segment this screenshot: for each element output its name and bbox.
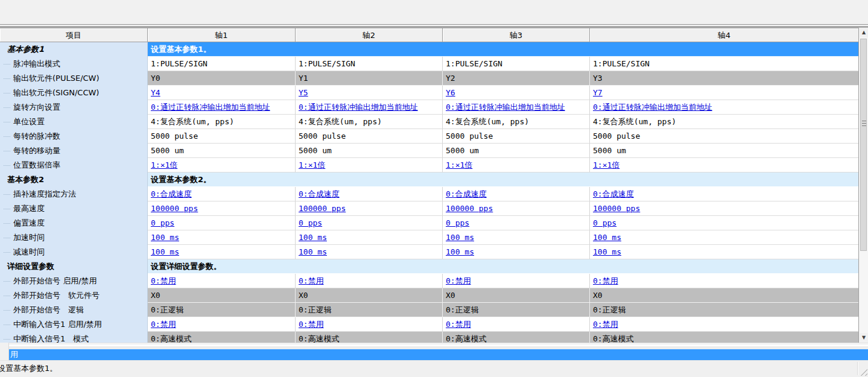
value-cell-axis4[interactable]: 100000 pps (590, 201, 859, 216)
value-cell-axis3[interactable]: 1:PULSE/SIGN (443, 57, 590, 71)
tree-item-label[interactable]: 脉冲输出模式 (0, 57, 148, 71)
tree-connector-line (4, 78, 10, 79)
value-cell-axis2[interactable]: 1:PULSE/SIGN (296, 57, 443, 71)
value-cell-axis2[interactable]: 0:合成速度 (296, 187, 443, 201)
tree-connector-line (4, 252, 10, 253)
value-cell-axis2[interactable]: 100 ms (296, 245, 443, 259)
section-row-caption[interactable]: 设置基本参数2。 (148, 173, 859, 187)
value-cell-axis4: Y3 (590, 71, 859, 86)
tree-item-label[interactable]: 外部开始信号 软元件号 (0, 288, 148, 303)
value-cell-axis1[interactable]: 4:复合系统(um, pps) (148, 115, 296, 129)
value-cell-axis1[interactable]: 0 pps (148, 216, 296, 230)
tree-connector-line (4, 296, 10, 296)
value-cell-axis1[interactable]: 5000 um (148, 144, 296, 158)
value-cell-axis4[interactable]: 100 ms (590, 245, 859, 259)
docked-panel-title: 用 (10, 350, 18, 360)
value-cell-axis2[interactable]: 100000 pps (296, 201, 443, 216)
section-row-caption[interactable]: 设置详细设置参数。 (148, 259, 859, 274)
value-cell-axis3[interactable]: 100 ms (443, 230, 590, 245)
tree-item-label[interactable]: 中断输入信号1 模式 (0, 332, 148, 343)
tree-item-label[interactable]: 中断输入信号1 启用/禁用 (0, 317, 148, 332)
value-cell-axis4[interactable]: 100 ms (590, 230, 859, 245)
value-cell-axis4[interactable]: 0 pps (590, 216, 859, 230)
value-cell-axis1[interactable]: 100000 pps (148, 201, 296, 216)
value-cell-axis3[interactable]: 0:禁用 (443, 317, 590, 332)
scroll-down-icon[interactable]: ▼ (860, 333, 868, 343)
value-cell-axis2[interactable]: 0:禁用 (296, 317, 443, 332)
tree-item-label[interactable]: 输出软元件(PULSE/CW) (0, 71, 148, 86)
scrollbar-thumb[interactable] (860, 39, 867, 251)
tree-connector-line (4, 281, 10, 282)
column-header-axis2: 轴2 (296, 28, 443, 42)
tree-item-label[interactable]: 旋转方向设置 (0, 100, 148, 115)
value-cell-axis4[interactable]: Y7 (590, 86, 859, 100)
value-cell-axis1[interactable]: 100 ms (148, 230, 296, 245)
vertical-scrollbar[interactable]: ▲ ▼ (860, 28, 868, 343)
value-cell-axis1[interactable]: 0:合成速度 (148, 187, 296, 201)
value-cell-axis4[interactable]: 5000 pulse (590, 129, 859, 144)
value-cell-axis3[interactable]: 4:复合系统(um, pps) (443, 115, 590, 129)
value-cell-axis1: 0:高速模式 (148, 332, 296, 343)
tree-item-label[interactable]: 插补速度指定方法 (0, 187, 148, 201)
tree-item-label[interactable]: 减速时间 (0, 245, 148, 259)
tree-item-label[interactable]: 详细设置参数 (0, 259, 148, 274)
value-cell-axis4[interactable]: 1:×1倍 (590, 158, 859, 173)
tree-item-label[interactable]: 每转的脉冲数 (0, 129, 148, 144)
scroll-up-icon[interactable]: ▲ (860, 28, 868, 37)
tree-item-label[interactable]: 单位设置 (0, 115, 148, 129)
tree-item-label[interactable]: 最高速度 (0, 201, 148, 216)
value-cell-axis3[interactable]: 0:通过正转脉冲输出增加当前地址 (443, 100, 590, 115)
tree-connector-line (4, 107, 10, 108)
value-cell-axis2[interactable]: 1:×1倍 (296, 158, 443, 173)
parameter-grid: - 项目轴1轴2轴3轴4基本参数1设置基本参数1。脉冲输出模式1:PULSE/S… (0, 28, 859, 343)
status-bar-divider (857, 362, 858, 375)
tree-item-label[interactable]: 位置数据倍率 (0, 158, 148, 173)
value-cell-axis1[interactable]: 1:PULSE/SIGN (148, 57, 296, 71)
value-cell-axis1[interactable]: 0:禁用 (148, 317, 296, 332)
axis-parameter-window: - 项目轴1轴2轴3轴4基本参数1设置基本参数1。脉冲输出模式1:PULSE/S… (0, 0, 868, 377)
value-cell-axis1[interactable]: 5000 pulse (148, 129, 296, 144)
tree-item-label[interactable]: 每转的移动量 (0, 144, 148, 158)
value-cell-axis2[interactable]: 0:通过正转脉冲输出增加当前地址 (296, 100, 443, 115)
value-cell-axis2[interactable]: 0 pps (296, 216, 443, 230)
value-cell-axis1[interactable]: 0:通过正转脉冲输出增加当前地址 (148, 100, 296, 115)
tree-item-label[interactable]: 加速时间 (0, 230, 148, 245)
value-cell-axis2[interactable]: 5000 um (296, 144, 443, 158)
value-cell-axis4[interactable]: 0:禁用 (590, 274, 859, 288)
value-cell-axis4[interactable]: 1:PULSE/SIGN (590, 57, 859, 71)
tree-item-label[interactable]: 外部开始信号 逻辑 (0, 303, 148, 317)
tree-item-label[interactable]: 外部开始信号 启用/禁用 (0, 274, 148, 288)
value-cell-axis3[interactable]: 0:禁用 (443, 274, 590, 288)
value-cell-axis4[interactable]: 5000 um (590, 144, 859, 158)
value-cell-axis3[interactable]: 100000 pps (443, 201, 590, 216)
tree-item-label[interactable]: 基本参数2 (0, 173, 148, 187)
resize-grip-icon[interactable] (860, 369, 867, 376)
value-cell-axis1[interactable]: Y4 (148, 86, 296, 100)
value-cell-axis2[interactable]: 5000 pulse (296, 129, 443, 144)
value-cell-axis3[interactable]: 5000 um (443, 144, 590, 158)
value-cell-axis3[interactable]: 5000 pulse (443, 129, 590, 144)
value-cell-axis1[interactable]: 100 ms (148, 245, 296, 259)
value-cell-axis4[interactable]: 4:复合系统(um, pps) (590, 115, 859, 129)
value-cell-axis4[interactable]: 0:合成速度 (590, 187, 859, 201)
value-cell-axis2[interactable]: 4:复合系统(um, pps) (296, 115, 443, 129)
value-cell-axis2[interactable]: 0:禁用 (296, 274, 443, 288)
value-cell-axis4[interactable]: 0:禁用 (590, 317, 859, 332)
value-cell-axis3[interactable]: 0:合成速度 (443, 187, 590, 201)
value-cell-axis3[interactable]: Y6 (443, 86, 590, 100)
status-bar: 设置基本参数1。 (0, 360, 868, 377)
value-cell-axis2[interactable]: Y5 (296, 86, 443, 100)
tree-item-label[interactable]: 基本参数1 (0, 42, 148, 57)
tree-item-label[interactable]: 输出软元件(SIGN/CCW) (0, 86, 148, 100)
value-cell-axis1[interactable]: 1:×1倍 (148, 158, 296, 173)
value-cell-axis1[interactable]: 0:禁用 (148, 274, 296, 288)
value-cell-axis3[interactable]: 0 pps (443, 216, 590, 230)
section-row-caption[interactable]: 设置基本参数1。 (148, 42, 859, 57)
value-cell-axis2[interactable]: 100 ms (296, 230, 443, 245)
tree-item-label[interactable]: 偏置速度 (0, 216, 148, 230)
docked-panel-titlebar[interactable]: 用 (9, 349, 868, 360)
value-cell-axis4[interactable]: 0:通过正转脉冲输出增加当前地址 (590, 100, 859, 115)
value-cell-axis3[interactable]: 1:×1倍 (443, 158, 590, 173)
value-cell-axis3[interactable]: 100 ms (443, 245, 590, 259)
scrollbar-thumb-grip-icon (862, 121, 866, 126)
